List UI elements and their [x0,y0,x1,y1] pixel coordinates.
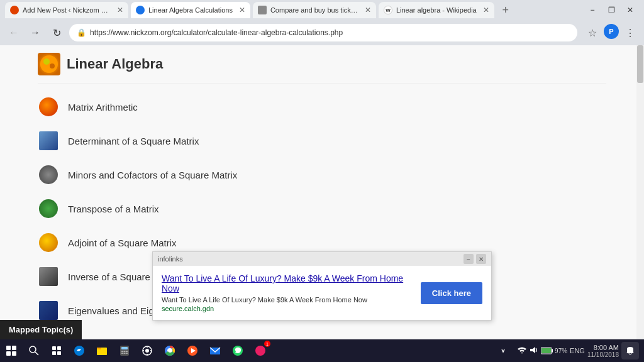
ad-popup: infolinks − ✕ Want To Live A Life Of Lux… [152,251,492,321]
tab-2[interactable]: Linear Algebra Calculations ✕ [131,2,250,18]
ad-minimize-button[interactable]: − [464,254,474,264]
svg-rect-16 [126,351,128,352]
back-button[interactable]: ← [5,24,23,41]
taskbar-app1-icon[interactable] [226,339,249,362]
menu-item-minors[interactable]: Minors and Cofactors of a Square Matrix [38,158,606,192]
tab-1[interactable]: Add New Post ‹ Nickzom Blog – … ✕ [5,2,128,18]
tab-favicon-1 [10,6,19,14]
tab-3[interactable]: Compare and buy bus tickets on… ✕ [253,2,376,18]
svg-rect-6 [57,346,61,350]
toolbar-right: ☆ P ⋮ [584,24,639,41]
taskbar: 1 97% ENG 8:00 AM 11/10/2018 [0,339,644,362]
clock-time: 8:00 AM [587,344,619,351]
eigenvalues-icon [38,300,59,321]
tab-favicon-3 [258,6,267,14]
svg-rect-31 [552,349,553,353]
taskbar-search-icon[interactable] [23,339,45,362]
svg-point-28 [255,346,265,356]
menu-item-matrix-arithmetic[interactable]: Matrix Arithmetic [38,90,606,124]
svg-rect-5 [52,346,56,350]
determinant-icon [38,130,59,151]
menu-item-simultaneous[interactable]: Simultaneous Equation Using Inverse Meth… [38,327,606,339]
menu-label-matrix-arithmetic: Matrix Arithmetic [68,102,138,112]
ad-url: secure.calch.gdn [162,305,413,312]
taskbar-mail-icon[interactable] [204,339,226,362]
tab-4-title: Linear algebra - Wikipedia [396,6,477,14]
svg-line-4 [35,352,38,355]
tab-1-close[interactable]: ✕ [117,6,123,14]
menu-item-determinant[interactable]: Determinant of a Square Matrix [38,124,606,158]
ad-title-text: infolinks [158,255,183,263]
svg-rect-11 [97,348,101,349]
ad-headline[interactable]: Want To Live A Life Of Luxury? Make $9k … [162,273,413,293]
address-input[interactable]: 🔒 https://www.nickzom.org/calculator/cal… [69,24,577,41]
forward-button[interactable]: → [26,24,44,41]
taskbar-calc-icon[interactable] [113,339,136,362]
taskbar-app2-icon[interactable]: 1 [249,339,272,362]
transpose-icon [38,198,59,219]
ad-close-button[interactable]: ✕ [476,254,486,264]
svg-point-20 [145,349,149,353]
network-icon [517,346,527,356]
tab-1-title: Add New Post ‹ Nickzom Blog – … [23,6,111,14]
svg-rect-8 [57,351,61,355]
svg-rect-17 [121,353,123,354]
language-indicator: ENG [570,347,585,354]
site-logo [38,53,60,75]
svg-point-3 [30,346,36,353]
taskbar-task-view-icon[interactable] [45,339,68,362]
lock-icon: 🔒 [77,28,86,37]
menu-label-transpose: Transpose of a Matrix [68,204,159,214]
taskbar-explorer-icon[interactable] [91,339,113,362]
new-tab-button[interactable]: + [497,2,514,18]
close-button[interactable]: ✕ [621,4,639,16]
tab-3-close[interactable]: ✕ [365,6,371,14]
svg-rect-14 [121,351,123,352]
ad-text-area: Want To Live A Life Of Luxury? Make $9k … [162,273,413,312]
taskbar-edge-icon[interactable] [68,339,91,362]
start-button[interactable] [0,339,23,362]
menu-item-transpose[interactable]: Transpose of a Matrix [38,192,606,226]
ad-body: Want To Live A Life Of Luxury? Make $9k … [153,266,491,320]
scrollbar[interactable] [636,45,644,339]
tab-4[interactable]: W Linear algebra - Wikipedia ✕ [379,2,494,18]
ad-title-bar: infolinks − ✕ [153,252,491,266]
tab-2-close[interactable]: ✕ [239,6,245,14]
windows-icon [6,346,16,356]
menu-label-determinant: Determinant of a Square Matrix [68,136,199,146]
taskbar-chrome-icon[interactable] [158,339,181,362]
svg-point-2 [50,63,55,69]
minimize-button[interactable]: − [584,4,601,16]
volume-icon [530,346,538,356]
svg-rect-32 [541,348,551,353]
svg-rect-18 [124,353,126,354]
ad-controls: − ✕ [464,254,486,264]
ad-subtext: Want To Live A Life Of Luxury? Make $9k … [162,296,413,304]
taskbar-settings-icon[interactable] [136,339,158,362]
matrix-arithmetic-icon [38,96,59,118]
svg-rect-13 [121,347,128,349]
profile-icon[interactable]: P [604,24,619,39]
mapped-topics-label: Mapped Topic(s) [9,325,73,334]
url-text: https://www.nickzom.org/calculator/calcu… [90,28,570,37]
menu-icon[interactable]: ⋮ [621,24,639,41]
scrollbar-thumb[interactable] [637,45,643,83]
tab-favicon-4: W [384,6,392,14]
notification-center[interactable] [621,342,639,359]
title-bar: Add New Post ‹ Nickzom Blog – … ✕ Linear… [0,0,644,20]
system-tray-expand[interactable] [492,339,514,362]
site-header: Linear Algebra [38,45,606,84]
reload-button[interactable]: ↻ [48,24,65,41]
maximize-button[interactable]: ❐ [602,4,620,16]
battery-indicator: 97% [541,347,567,354]
menu-label-minors: Minors and Cofactors of a Square Matrix [68,170,237,180]
taskbar-media-icon[interactable] [181,339,204,362]
tab-4-close[interactable]: ✕ [483,6,489,14]
inverse-icon [38,266,59,287]
bookmark-icon[interactable]: ☆ [584,24,601,41]
page-content: Linear Algebra Matrix Arithmetic Determi… [0,45,644,339]
ad-cta-button[interactable]: Click here [421,282,482,304]
adjoint-icon [38,232,59,253]
address-bar: ← → ↻ 🔒 https://www.nickzom.org/calculat… [0,20,644,45]
svg-marker-29 [530,347,535,353]
